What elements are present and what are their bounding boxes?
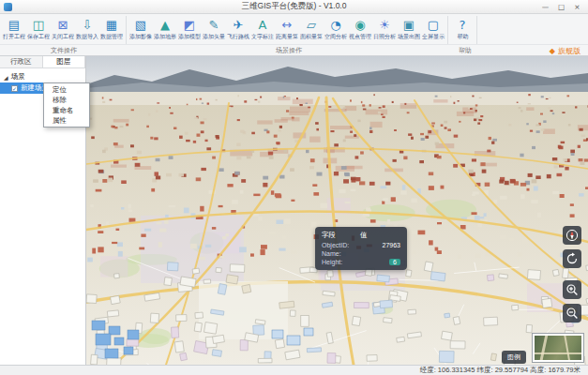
map-viewport: 字段 值 ObjectID: 27963 Name: Height: 6 [86, 56, 588, 365]
ribbon-button-viewpoint[interactable]: ◉视点管理 [348, 16, 372, 41]
compass-button[interactable] [563, 226, 581, 245]
ribbon-button-add-imagery[interactable]: ▧添加影像 [128, 16, 153, 41]
ribbon-group-labels: 文件操作 场景操作 帮助 ◆ 旗舰版 [0, 44, 588, 55]
minimap-road [564, 336, 570, 362]
tooltip-row: Name: [322, 250, 400, 257]
ribbon-group-file: ▤打开工程 ◫保存工程 ⊠关闭工程 ⇩数据导入 ▦数据管理 [0, 16, 127, 44]
tree-root-label: 场景 [11, 72, 25, 82]
upgrade-edition-button[interactable]: ◆ 旗舰版 [550, 46, 580, 56]
tooltip-row: Height: 6 [322, 259, 400, 265]
help-icon: ? [460, 17, 466, 33]
ribbon-button-label: 添加矢量 [203, 33, 225, 40]
group-label-scene: 场景操作 [128, 46, 450, 55]
context-menu-item-locate[interactable]: 定位 [44, 84, 89, 95]
compass-icon [565, 229, 579, 242]
window-controls: — □ × [538, 2, 584, 12]
close-button[interactable]: × [570, 2, 584, 12]
tooltip-header: 字段 值 [322, 231, 400, 240]
ribbon-button-save-project[interactable]: ◫保存工程 [26, 16, 51, 41]
ribbon-button-add-model[interactable]: ◩添加模型 [177, 16, 202, 41]
ribbon-button-label: 日照分析 [373, 33, 396, 40]
ribbon-button-measure-area[interactable]: ▱面积量算 [299, 16, 324, 41]
ribbon-button-open-project[interactable]: ▤打开工程 [2, 16, 26, 41]
zoom-out-button[interactable] [563, 304, 581, 322]
export-scene-icon: ▣ [403, 17, 415, 33]
ribbon-button-measure-distance[interactable]: ↔距离量算 [275, 16, 299, 41]
ribbon-button-text-label[interactable]: A文字标注 [250, 16, 275, 41]
app-icon [4, 3, 12, 11]
zoom-in-icon [565, 283, 579, 296]
layer-context-menu: 定位 移除 重命名 属性 [43, 82, 90, 128]
minimap-road [539, 336, 548, 362]
tooltip-value-header: 值 [360, 231, 368, 240]
attr-value: 6 [389, 259, 400, 265]
controls-spacer [563, 273, 581, 276]
close-project-icon: ⊠ [58, 17, 68, 33]
ribbon-button-label: 场景出图 [398, 33, 420, 40]
titlebar: 三维GIS平台(免费版) - V1.0.0 — □ × [0, 0, 588, 14]
expander-icon[interactable]: ◢ [4, 74, 8, 81]
measure-area-icon: ▱ [307, 17, 316, 33]
tab-layers[interactable]: 图层 [43, 56, 86, 68]
attr-label: Name: [322, 250, 341, 257]
feature-attribute-tooltip: 字段 值 ObjectID: 27963 Name: Height: 6 [315, 227, 407, 270]
ribbon-icon-row: ▤打开工程 ◫保存工程 ⊠关闭工程 ⇩数据导入 ▦数据管理 ▧添加影像 ▲添加地… [0, 14, 588, 44]
tooltip-field-header: 字段 [322, 231, 336, 240]
viewpoint-icon: ◉ [354, 17, 365, 33]
reset-view-icon [565, 252, 579, 265]
attr-label: Height: [322, 259, 342, 265]
ribbon-button-help[interactable]: ?帮助 [450, 16, 475, 41]
ribbon-button-data-manage[interactable]: ▦数据管理 [99, 16, 124, 41]
ribbon-button-label: 视点管理 [349, 33, 371, 40]
context-menu-item-remove[interactable]: 移除 [44, 95, 89, 105]
ribbon-button-label: 数据管理 [100, 33, 123, 40]
ribbon-button-label: 面积量算 [300, 33, 323, 40]
ribbon-group-scene: ▧添加影像 ▲添加地形 ◩添加模型 ✎添加矢量 ✈飞行路线 A文字标注 ↔距离量… [127, 16, 448, 44]
ribbon-button-label: 文字标注 [251, 33, 274, 40]
layer-checkbox[interactable]: ✓ [11, 85, 18, 92]
ribbon-button-label: 距离量算 [276, 33, 298, 40]
ribbon-button-export-scene[interactable]: ▣场景出图 [397, 16, 421, 41]
ribbon-button-spatial-analysis[interactable]: ◔空间分析 [324, 16, 348, 41]
ribbon-button-label: 帮助 [457, 33, 468, 40]
upgrade-label: 旗舰版 [558, 46, 580, 56]
ribbon-button-label: 关闭工程 [52, 33, 74, 40]
tooltip-row: ObjectID: 27963 [322, 242, 400, 248]
measure-distance-icon: ↔ [282, 17, 293, 33]
ribbon-button-close-project[interactable]: ⊠关闭工程 [51, 16, 75, 41]
ribbon-button-add-vector[interactable]: ✎添加矢量 [202, 16, 226, 41]
spatial-analysis-icon: ◔ [330, 17, 340, 33]
add-imagery-icon: ▧ [135, 17, 146, 33]
zoom-in-button[interactable] [563, 280, 581, 299]
ribbon-button-add-terrain[interactable]: ▲添加地形 [153, 16, 177, 41]
legend-button[interactable]: 图例 [502, 351, 526, 364]
ribbon-button-label: 添加模型 [178, 33, 201, 40]
reset-view-button[interactable] [563, 249, 581, 268]
ribbon-button-label: 保存工程 [27, 33, 50, 40]
import-data-icon: ⇩ [83, 17, 93, 33]
window-title: 三维GIS平台(免费版) - V1.0.0 [0, 1, 588, 12]
ribbon-button-fullscreen[interactable]: ▢全屏显示 [421, 16, 445, 41]
add-vector-icon: ✎ [209, 17, 219, 33]
minimize-button[interactable]: — [538, 2, 552, 12]
attr-label: ObjectID: [322, 242, 349, 248]
text-label-icon: A [259, 17, 267, 33]
context-menu-item-rename[interactable]: 重命名 [44, 105, 89, 115]
ribbon-button-flight-route[interactable]: ✈飞行路线 [226, 16, 250, 41]
data-manage-icon: ▦ [106, 17, 117, 33]
overview-minimap[interactable] [533, 334, 583, 362]
map-3d-view[interactable] [86, 56, 588, 365]
minimap-road [535, 352, 583, 354]
tab-districts[interactable]: 行政区 [0, 56, 43, 68]
coordinate-readout: 经度: 106.331345 纬度: 29.557794 高度: 1679.79… [420, 366, 580, 375]
ribbon-button-import-data[interactable]: ⇩数据导入 [75, 16, 99, 41]
ribbon-button-sunlight[interactable]: ☀日照分析 [372, 16, 397, 41]
horizon-haze [86, 92, 588, 105]
sunlight-icon: ☀ [379, 17, 390, 33]
add-terrain-icon: ▲ [160, 17, 170, 33]
zone-patch [141, 216, 244, 283]
ribbon-group-help: ?帮助 [448, 16, 477, 44]
tree-node-scene-root[interactable]: ◢ 场景 [0, 71, 85, 82]
context-menu-item-properties[interactable]: 属性 [44, 115, 89, 126]
maximize-button[interactable]: □ [554, 2, 568, 12]
